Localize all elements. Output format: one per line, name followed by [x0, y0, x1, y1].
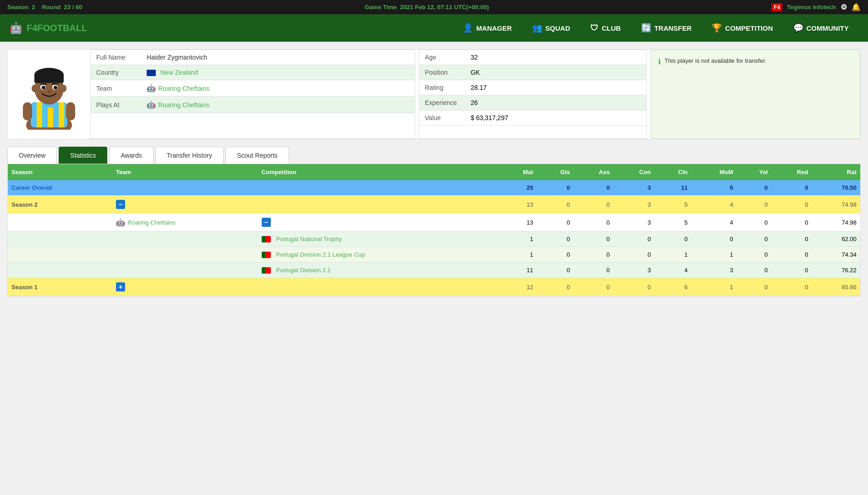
con-cell: 0: [613, 278, 654, 296]
team-cell: −: [112, 196, 258, 214]
competition-name2[interactable]: Portugal Division 2.1 League Cup: [276, 251, 365, 258]
red-cell: 0: [771, 214, 812, 231]
value-value: $ 63,317,297: [465, 110, 646, 126]
tab-awards[interactable]: Awards: [109, 147, 153, 164]
mat-cell: 1: [499, 231, 537, 247]
nav-transfer[interactable]: 🔄 TRANSFER: [631, 14, 702, 42]
collapse-team-button[interactable]: −: [262, 218, 271, 227]
nav-community-label: COMMUNITY: [807, 24, 849, 32]
col-mat: Mat: [499, 164, 537, 180]
nav-competition[interactable]: 🏆 COMPETITION: [702, 14, 783, 42]
settings-icon[interactable]: ⚙: [841, 3, 847, 11]
player-details-right: Age 32 Position GK Rating 28.17 Experien…: [419, 50, 647, 139]
nav-club[interactable]: 🛡 CLUB: [580, 14, 631, 42]
nav-squad[interactable]: 👥 SQUAD: [522, 14, 580, 42]
user-area: F4 Tegimus Infotech ⚙ 🔔: [771, 3, 861, 11]
club-icon: 🛡: [590, 23, 599, 33]
collapse-season2-button[interactable]: −: [116, 200, 125, 209]
main-content: Full Name Haider Zygmantovich Country Ne…: [0, 42, 868, 486]
player-details-left: Full Name Haider Zygmantovich Country Ne…: [90, 50, 415, 139]
logo[interactable]: 🤖 F4FOOTBALL: [9, 22, 87, 34]
position-value: GK: [465, 65, 646, 80]
tab-transfer-history[interactable]: Transfer History: [155, 147, 224, 164]
season-cell: Season 2: [8, 196, 112, 214]
mat-cell: 1: [499, 247, 537, 263]
manager-icon: 👤: [463, 23, 473, 33]
navigation: 🤖 F4FOOTBALL 👤 MANAGER 👥 SQUAD 🛡 CLUB 🔄 …: [0, 14, 868, 42]
col-con: Con: [613, 164, 654, 180]
svg-point-18: [61, 85, 66, 92]
gls-cell: 0: [537, 263, 573, 278]
full-name-value: Haider Zygmantovich: [141, 50, 415, 65]
cln-cell: 6: [654, 278, 691, 296]
con-cell: 3: [613, 180, 654, 196]
team-cell: [112, 180, 258, 196]
logo-text: F4FOOTBALL: [27, 23, 87, 33]
country-link[interactable]: New Zealand: [160, 69, 198, 76]
con-cell: 3: [613, 214, 654, 231]
col-ass: Ass: [574, 164, 614, 180]
value-label: Value: [419, 110, 465, 126]
mat-cell: 12: [499, 278, 537, 296]
nz-flag: [147, 70, 156, 76]
nav-community[interactable]: 💬 COMMUNITY: [783, 14, 859, 42]
tabs: Overview Statistics Awards Transfer Hist…: [7, 147, 861, 164]
info-icon: ℹ: [658, 57, 661, 66]
mom-cell: 3: [691, 263, 736, 278]
tab-overview[interactable]: Overview: [7, 147, 57, 164]
svg-point-16: [47, 90, 51, 93]
ass-cell: 0: [574, 263, 614, 278]
rat-cell: 65.66: [812, 278, 860, 296]
rat-cell: 74.34: [812, 247, 860, 263]
yel-cell: 0: [737, 196, 772, 214]
ass-cell: 0: [574, 180, 614, 196]
round-label: Round: [42, 4, 60, 11]
expand-season1-button[interactable]: +: [116, 282, 125, 292]
red-cell: 0: [771, 180, 812, 196]
age-label: Age: [419, 50, 465, 65]
mat-cell: 25: [499, 180, 537, 196]
col-competition: Competition: [258, 164, 499, 180]
competition-icon: 🏆: [712, 23, 722, 33]
season-cell: Career Overall: [8, 180, 112, 196]
season-cell: [8, 247, 112, 263]
tab-scout-reports[interactable]: Scout Reports: [225, 147, 289, 164]
cln-cell: 1: [654, 247, 691, 263]
top-bar: Season 2 Round 23 / 60 Game Time 2021 Fe…: [0, 0, 868, 14]
team-row-name[interactable]: Roaring Cheftains: [128, 219, 176, 226]
rat-cell: 70.50: [812, 180, 860, 196]
pt-flag3: [262, 267, 271, 274]
con-cell: 0: [613, 247, 654, 263]
nav-competition-label: COMPETITION: [725, 24, 773, 32]
season-cell: [8, 231, 112, 247]
cln-cell: 0: [654, 231, 691, 247]
season-cell: Season 1: [8, 278, 112, 296]
team-name: Roaring Cheftains: [158, 85, 209, 92]
competition-name[interactable]: Portugal National Trophy: [276, 236, 342, 242]
competition-cell: [258, 180, 499, 196]
team-label: Team: [91, 80, 141, 97]
col-cln: Cln: [654, 164, 691, 180]
gametime-value: 2021 Feb 12, 07:11 UTC(+00:00): [400, 4, 489, 11]
tab-statistics[interactable]: Statistics: [59, 147, 107, 164]
community-icon: 💬: [793, 23, 803, 33]
gls-cell: 0: [537, 180, 573, 196]
notification-icon[interactable]: 🔔: [852, 3, 861, 11]
brand-badge: F4: [771, 3, 782, 11]
competition-cell: Portugal Division 2.1 League Cup: [258, 247, 499, 263]
gls-cell: 0: [537, 278, 573, 296]
mat-cell: 11: [499, 263, 537, 278]
nav-manager[interactable]: 👤 MANAGER: [453, 14, 522, 42]
yel-cell: 0: [737, 231, 772, 247]
yel-cell: 0: [737, 263, 772, 278]
stats-table: Season Team Competition Mat Gls Ass Con …: [8, 164, 860, 296]
svg-rect-14: [40, 83, 47, 85]
stats-section: Season Team Competition Mat Gls Ass Con …: [7, 164, 861, 297]
mom-cell: 5: [691, 180, 736, 196]
plays-at-label: Plays At: [91, 97, 141, 113]
team-cell: +: [112, 278, 258, 296]
competition-cell: Portugal Division 2.1: [258, 263, 499, 278]
mom-cell: 1: [691, 247, 736, 263]
competition-name3[interactable]: Portugal Division 2.1: [276, 267, 331, 274]
competition-cell: Portugal National Trophy: [258, 231, 499, 247]
